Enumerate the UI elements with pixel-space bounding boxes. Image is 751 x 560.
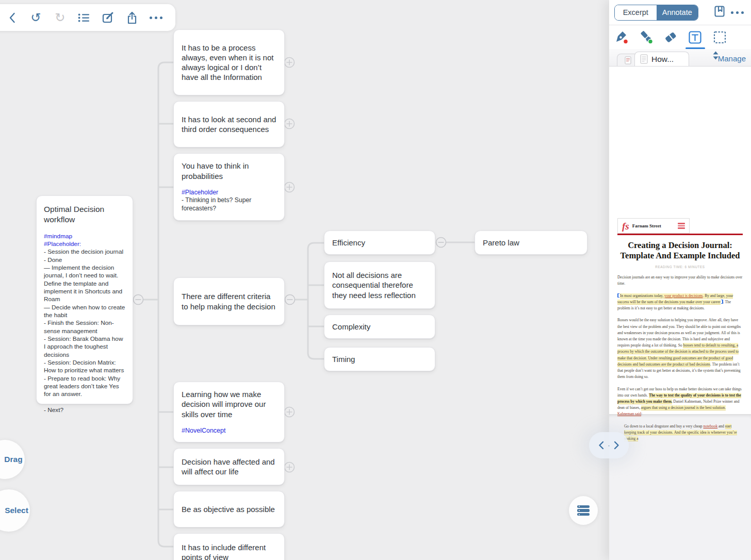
outline-list-button[interactable]	[76, 10, 92, 25]
document-viewer[interactable]: fs Farnam Street Creating a Decision Jou…	[609, 68, 751, 560]
bookmark-button[interactable]	[713, 5, 726, 20]
doc-text: Go down to a local drugstore and buy a v…	[624, 424, 703, 429]
map-toolbar: ↺ ↻	[0, 4, 175, 31]
doc-blockquote: Go down to a local drugstore and buy a v…	[624, 423, 740, 442]
app-window: Optimal Decision workflow #mindmap #Plac…	[0, 0, 751, 560]
undo-button[interactable]: ↺	[28, 10, 44, 25]
dot-icon: ·	[608, 441, 610, 449]
undo-icon: ↺	[31, 11, 41, 24]
panel-more-button[interactable]	[731, 11, 744, 14]
text-frame-icon	[688, 30, 702, 44]
text-frame-tool[interactable]	[688, 30, 702, 44]
mindmap-node-process[interactable]: It has to be a process always, even when…	[173, 29, 285, 95]
manage-button[interactable]: Manage	[718, 54, 746, 63]
node-body: - Thinking in bets? Super forecasters?	[182, 196, 276, 212]
document-tab-bar: How... Manage	[609, 49, 751, 67]
compose-button[interactable]	[101, 10, 116, 25]
more-icon	[150, 17, 162, 19]
select-label: Select	[5, 506, 28, 515]
document-thumb-icon	[640, 54, 648, 64]
node-tags: #Placeholder	[182, 189, 276, 197]
mindmap-node-criteria[interactable]: There are different criteria to help mak…	[173, 277, 285, 325]
doc-text: In most organizations today,	[620, 293, 664, 299]
node-title: Timing	[332, 354, 427, 364]
node-title: Not all decisions are consequential ther…	[332, 270, 427, 300]
back-button[interactable]	[4, 10, 20, 25]
doc-text: Decision journals are an easy way to imp…	[617, 275, 742, 286]
reading-time: READING TIME: 6 MINUTES	[617, 265, 743, 269]
excerpt-tab[interactable]: Excerpt	[615, 5, 657, 20]
mindmap-node-less-reflection[interactable]: Not all decisions are consequential ther…	[324, 261, 435, 309]
node-title: Pareto law	[483, 238, 579, 248]
mindmap-node-learning[interactable]: Learning how we make decision will impro…	[173, 382, 285, 442]
pen-tool[interactable]	[614, 30, 629, 44]
stacked-list-icon	[577, 505, 590, 508]
doc-paragraphs: Decision journals are an easy way to imp…	[617, 274, 743, 442]
site-header: fs Farnam Street	[617, 218, 690, 234]
marquee-select-icon	[713, 30, 727, 44]
panel-resize-nav[interactable]: ·	[589, 432, 629, 458]
node-title: Decision have affected and will affect o…	[182, 457, 276, 476]
bookmark-book-icon	[713, 5, 726, 18]
site-logo: fs	[622, 221, 629, 231]
panel-header: Excerpt Annotate	[609, 0, 751, 25]
annotate-tab[interactable]: Annotate	[657, 5, 698, 20]
node-title: There are different criteria to help mak…	[182, 291, 276, 311]
site-name: Farnam Street	[632, 223, 661, 228]
doc-text: :	[641, 411, 642, 416]
mindmap-node-efficiency[interactable]: Efficiency	[324, 230, 435, 255]
mindmap-node-objective[interactable]: Be as objective as possible	[173, 491, 285, 528]
mindmap-canvas[interactable]: Optimal Decision workflow #mindmap #Plac…	[0, 0, 609, 560]
mindmap-node-timing[interactable]: Timing	[324, 347, 435, 371]
document-thumb-icon	[625, 56, 631, 64]
redo-icon: ↻	[55, 11, 65, 24]
prev-chevron-icon	[598, 441, 604, 450]
eraser-tool[interactable]	[663, 30, 678, 44]
node-title: It has to include different points of vi…	[182, 542, 276, 560]
share-button[interactable]	[124, 10, 140, 25]
redo-button[interactable]: ↻	[52, 10, 68, 25]
document-page: fs Farnam Street Creating a Decision Jou…	[617, 218, 743, 442]
mindmap-node-complexity[interactable]: Complexity	[324, 315, 435, 339]
doc-link[interactable]: notebook	[703, 424, 717, 429]
excerpt-cursor	[617, 293, 619, 298]
article-title: Creating a Decision Journal: Template An…	[617, 240, 743, 261]
doc-link[interactable]: your product is decisions	[664, 293, 703, 299]
node-tags: #NovelConcept	[182, 426, 276, 435]
node-title: Be as objective as possible	[182, 504, 276, 514]
node-title: Complexity	[332, 322, 427, 332]
highlighter-icon	[639, 30, 654, 44]
mindmap-node-second-order[interactable]: It has to look at second and third order…	[173, 101, 285, 147]
mindmap-node-probabilities[interactable]: You have to think in probabilities #Plac…	[173, 153, 285, 221]
node-title: It has to be a process always, even when…	[182, 43, 276, 83]
share-icon	[127, 11, 137, 24]
doc-paragraph: Even if we can’t get our boss to help us…	[617, 386, 743, 418]
document-list-button[interactable]	[569, 496, 598, 525]
node-title: Efficiency	[332, 238, 427, 248]
next-chevron-icon	[614, 441, 619, 450]
mindmap-node-points-of-view[interactable]: It has to include different points of vi…	[173, 533, 285, 560]
document-tab-active[interactable]: How...	[634, 52, 689, 66]
doc-paragraph: In most organizations today, your produc…	[617, 293, 743, 312]
node-title: Learning how we make decision will impro…	[182, 389, 276, 419]
hamburger-menu-icon[interactable]	[678, 223, 685, 228]
pen-icon	[614, 30, 629, 44]
mindmap-node-pareto[interactable]: Pareto law	[475, 230, 587, 255]
outline-list-icon	[78, 13, 90, 23]
doc-paragraph: Decision journals are an easy way to imp…	[617, 274, 743, 287]
doc-paragraph: Bosses would be the easy solution to hel…	[617, 317, 743, 380]
doc-text: argues that using a decision journal is …	[641, 405, 726, 410]
mode-segmented-control: Excerpt Annotate	[614, 5, 698, 21]
eraser-icon	[663, 30, 678, 44]
node-title: You have to think in probabilities	[182, 161, 276, 180]
mindmap-node-root[interactable]: Optimal Decision workflow #mindmap #Plac…	[36, 195, 133, 404]
more-button[interactable]	[149, 10, 164, 25]
doc-link[interactable]: Kahneman said	[617, 411, 641, 416]
expand-plus-toggle[interactable]	[285, 58, 295, 472]
header-rule	[617, 234, 743, 235]
node-title: Optimal Decision workflow	[44, 204, 125, 225]
marquee-select-tool[interactable]	[712, 30, 727, 44]
compose-icon	[102, 11, 115, 24]
highlighter-tool[interactable]	[639, 30, 654, 44]
mindmap-node-affect-life[interactable]: Decision have affected and will affect o…	[173, 448, 285, 485]
